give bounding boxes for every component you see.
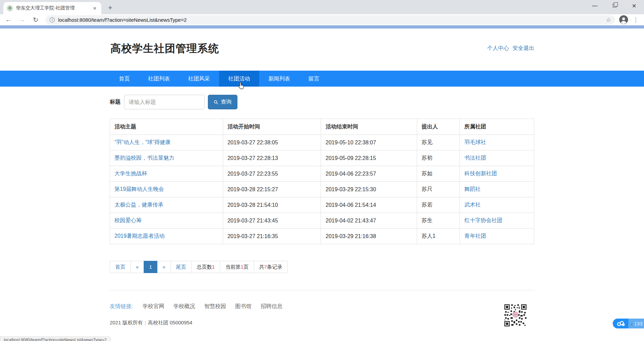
url-text[interactable]: localhost:8080/team/f?action=siteNewsLis… xyxy=(58,17,603,23)
reload-button[interactable]: ↻ xyxy=(30,16,41,24)
search-form: 标题 查询 xyxy=(110,95,534,109)
tab-close-icon[interactable]: × xyxy=(92,5,98,12)
pager-last[interactable]: 尾页 xyxy=(171,261,192,273)
footer-link-library[interactable]: 图书馆 xyxy=(235,303,251,310)
title-search-input[interactable] xyxy=(124,95,205,109)
nav-item-club-style[interactable]: 社团风采 xyxy=(179,71,219,87)
pager-text: 条记录 xyxy=(267,264,282,270)
pager-prev-icon[interactable]: « xyxy=(130,261,144,273)
club-link[interactable]: 书法社团 xyxy=(464,155,486,161)
footer-divider xyxy=(110,290,534,290)
nav-item-club-list[interactable]: 社团列表 xyxy=(139,71,179,87)
activity-topic-link[interactable]: 校园爱心筹 xyxy=(114,217,142,223)
main-nav: 首页 社团列表 社团风采 社团活动 新闻列表 留言 xyxy=(0,71,644,87)
end-time-cell: 2019-04-06 21:54:14 xyxy=(321,197,417,213)
user-links: 个人中心 安全退出 xyxy=(485,45,534,52)
profile-avatar[interactable] xyxy=(619,15,628,24)
start-time-cell: 2019-03-28 22:15:27 xyxy=(223,182,321,197)
friend-links: 友情链接: 学校官网 学校概况 智慧校园 图书馆 招聘信息 xyxy=(110,303,534,310)
pager-number: 1 xyxy=(240,264,243,270)
pager-text: 当前第 xyxy=(225,264,240,270)
nav-item-message[interactable]: 留言 xyxy=(299,71,328,87)
header-start-time: 活动开始时间 xyxy=(223,119,321,135)
activity-topic-link[interactable]: 第19届舞动人生晚会 xyxy=(114,186,164,192)
club-link[interactable]: 羽毛球社 xyxy=(464,139,486,145)
activity-topic-link[interactable]: 太极公益，健康传承 xyxy=(114,202,163,208)
address-bar[interactable]: i localhost:8080/team/f?action=siteNewsL… xyxy=(46,15,615,24)
pager-first[interactable]: 首页 xyxy=(110,261,131,273)
start-time-cell: 2019-03-28 21:54:10 xyxy=(223,197,321,213)
activity-topic-link[interactable]: “羽”动人生，“球”得健康 xyxy=(114,139,171,145)
header-topic: 活动主题 xyxy=(110,119,223,135)
club-link[interactable]: 青年社团 xyxy=(464,233,486,239)
netdisk-download-badge[interactable]: ↓ 133 xyxy=(613,319,644,328)
browser-tab[interactable]: 华东交大理工学院-社团管理 × xyxy=(3,2,101,14)
restore-button[interactable] xyxy=(605,3,624,9)
proposer-cell: 苏生 xyxy=(417,213,460,229)
activity-topic-link[interactable]: 2019暑期志愿者活动 xyxy=(114,233,165,239)
activity-table: 活动主题 活动开始时间 活动结束时间 提出人 所属社团 “羽”动人生，“球”得健… xyxy=(110,119,534,244)
content-container: 标题 查询 活动主题 活动开始时间 活动结束时间 提出人 xyxy=(110,95,534,326)
header-proposer: 提出人 xyxy=(417,119,460,135)
bookmark-star-icon[interactable]: ☆ xyxy=(606,16,611,23)
nav-item-home[interactable]: 首页 xyxy=(110,71,139,87)
minimize-button[interactable]: — xyxy=(585,3,605,9)
footer-link-school-overview[interactable]: 学校概况 xyxy=(173,303,195,310)
table-header-row: 活动主题 活动开始时间 活动结束时间 提出人 所属社团 xyxy=(110,119,534,135)
club-link[interactable]: 科技创新社团 xyxy=(464,170,497,176)
pager-text: 页 xyxy=(244,264,249,270)
table-row: 第19届舞动人生晚会 2019-03-28 22:15:27 2019-03-2… xyxy=(110,182,534,197)
browser-toolbar: ← → ↻ i localhost:8080/team/f?action=sit… xyxy=(0,14,644,25)
tab-title: 华东交大理工学院-社团管理 xyxy=(16,5,89,11)
start-time-cell: 2019-03-27 22:38:05 xyxy=(223,135,321,150)
pager-next-icon[interactable]: » xyxy=(157,261,171,273)
forward-button[interactable]: → xyxy=(16,16,28,23)
club-link[interactable]: 武术社 xyxy=(464,202,481,208)
end-time-cell: 2019-05-10 22:38:07 xyxy=(321,135,417,150)
start-time-cell: 2019-03-27 22:28:13 xyxy=(223,150,321,166)
back-button[interactable]: ← xyxy=(3,16,14,23)
search-icon xyxy=(214,100,218,105)
club-link[interactable]: 舞蹈社 xyxy=(464,186,481,192)
new-tab-button[interactable]: + xyxy=(105,3,115,12)
end-time-cell: 2019-05-09 22:28:15 xyxy=(321,150,417,166)
table-row: 墨韵溢校园，书法显魅力 2019-03-27 22:28:13 2019-05-… xyxy=(110,150,534,166)
close-button[interactable]: ✕ xyxy=(624,3,644,9)
profile-center-link[interactable]: 个人中心 xyxy=(487,45,509,51)
activity-topic-link[interactable]: 墨韵溢校园，书法显魅力 xyxy=(114,155,174,161)
end-time-cell: 2019-03-29 22:15:30 xyxy=(321,182,417,197)
search-button[interactable]: 查询 xyxy=(208,95,237,109)
table-row: 2019暑期志愿者活动 2019-03-27 21:16:35 2019-03-… xyxy=(110,229,534,244)
footer-link-school-site[interactable]: 学校官网 xyxy=(142,303,164,310)
page-info-icon[interactable]: i xyxy=(50,17,55,22)
pager-number: 7 xyxy=(264,264,267,270)
pager-text: 共 xyxy=(259,264,264,270)
toolbar-accent-strip xyxy=(0,25,644,29)
pager-text: 总页数 xyxy=(197,264,212,270)
window-controls: — ✕ xyxy=(585,0,644,12)
search-label: 标题 xyxy=(110,98,121,106)
logout-link[interactable]: 安全退出 xyxy=(513,45,534,51)
table-row: 太极公益，健康传承 2019-03-28 21:54:10 2019-04-06… xyxy=(110,197,534,213)
club-link[interactable]: 红十字协会社团 xyxy=(464,217,502,223)
end-time-cell: 2019-04-06 22:23:57 xyxy=(321,166,417,182)
pager-page-1[interactable]: 1 xyxy=(144,261,157,273)
qr-code xyxy=(504,304,526,326)
end-time-cell: 2019-03-29 21:16:38 xyxy=(321,229,417,244)
favicon-icon xyxy=(7,5,13,11)
pager-number: 1 xyxy=(212,264,215,270)
end-time-cell: 2019-04-02 21:43:47 xyxy=(321,213,417,229)
nav-item-news-list[interactable]: 新闻列表 xyxy=(259,71,299,87)
friend-links-label: 友情链接: xyxy=(110,303,133,310)
proposer-cell: 苏见 xyxy=(417,135,460,150)
netdisk-download-count: ↓ 133 xyxy=(628,319,644,328)
browser-menu-icon[interactable]: ⋮ xyxy=(630,16,641,23)
footer-link-recruitment[interactable]: 招聘信息 xyxy=(261,303,282,310)
activity-topic-link[interactable]: 大学生挑战杯 xyxy=(114,170,147,176)
netdisk-cloud-icon xyxy=(613,319,628,328)
footer-link-smart-campus[interactable]: 智慧校园 xyxy=(204,303,226,310)
table-row: “羽”动人生，“球”得健康 2019-03-27 22:38:05 2019-0… xyxy=(110,135,534,150)
page-title: 高校学生社团管理系统 xyxy=(110,41,219,56)
table-row: 校园爱心筹 2019-03-27 21:43:45 2019-04-02 21:… xyxy=(110,213,534,229)
start-time-cell: 2019-03-27 22:23:55 xyxy=(223,166,321,182)
